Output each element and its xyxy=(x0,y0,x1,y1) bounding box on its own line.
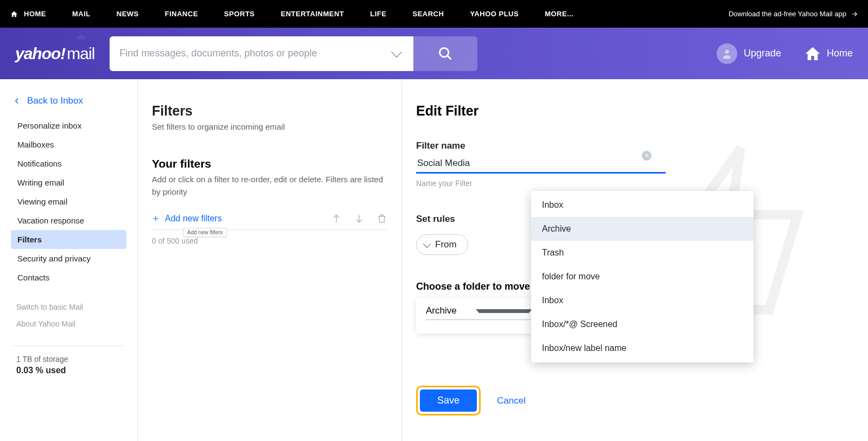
download-mail-app-link[interactable]: Download the ad-free Yahoo Mail app xyxy=(729,10,858,18)
person-icon xyxy=(721,48,733,60)
filters-list-panel: Filters Set filters to organize incoming… xyxy=(138,79,402,441)
filters-used-count: 0 of 500 used xyxy=(152,237,387,245)
filter-name-input[interactable] xyxy=(416,155,666,174)
upgrade-link[interactable]: Upgrade xyxy=(717,43,781,64)
topnav-finance[interactable]: FINANCE xyxy=(165,10,198,18)
storage-used: 0.03 % used xyxy=(16,366,121,375)
folder-option[interactable]: Inbox/*@ Screened xyxy=(531,312,754,336)
home-label: Home xyxy=(827,48,853,59)
about-yahoo-mail[interactable]: About Yahoo Mail xyxy=(16,316,121,333)
topnav-news[interactable]: NEWS xyxy=(117,10,139,18)
chevron-down-icon xyxy=(423,240,431,247)
topnav-yahoo-plus[interactable]: YAHOO PLUS xyxy=(470,10,519,18)
your-filters-sub: Add or click on a filter to re-order, ed… xyxy=(152,174,385,198)
sidebar-item-security[interactable]: Security and privacy xyxy=(11,249,126,268)
storage-meter: 1 TB of storage 0.03 % used xyxy=(0,355,137,375)
topnav-home[interactable]: HOME xyxy=(24,10,46,18)
svg-point-1 xyxy=(725,49,729,53)
your-filters-heading: Your filters xyxy=(152,157,387,170)
topnav-mail[interactable]: MAIL xyxy=(72,10,91,18)
plus-icon xyxy=(152,215,159,222)
settings-sidebar: Back to Inbox Personalize inbox Mailboxe… xyxy=(0,79,138,441)
sidebar-item-contacts[interactable]: Contacts xyxy=(11,268,126,287)
trash-icon[interactable] xyxy=(376,213,387,224)
arrow-down-icon[interactable] xyxy=(354,213,365,224)
arrow-right-icon xyxy=(851,10,858,18)
topnav-more[interactable]: MORE... xyxy=(545,10,573,18)
sidebar-item-writing[interactable]: Writing email xyxy=(11,173,126,192)
folder-select-value: Archive xyxy=(426,305,476,316)
cancel-button[interactable]: Cancel xyxy=(497,395,526,406)
filters-title: Filters xyxy=(152,103,387,119)
topnav-life[interactable]: LIFE xyxy=(370,10,386,18)
home-link[interactable]: Home xyxy=(804,45,853,62)
topnav-sports[interactable]: SPORTS xyxy=(224,10,254,18)
download-label: Download the ad-free Yahoo Mail app xyxy=(729,10,846,18)
filter-name-helper: Name your Filter xyxy=(416,179,846,188)
topnav-search[interactable]: SEARCH xyxy=(412,10,444,18)
sidebar-item-personalize[interactable]: Personalize inbox xyxy=(11,116,126,135)
filters-subtitle: Set filters to organize incoming email xyxy=(152,122,387,131)
divider xyxy=(12,346,125,346)
folder-option[interactable]: folder for move xyxy=(531,265,754,289)
svg-point-0 xyxy=(440,48,449,56)
back-label: Back to Inbox xyxy=(27,95,83,106)
search-button[interactable] xyxy=(413,36,477,71)
folder-dropdown: Inbox Archive Trash folder for move Inbo… xyxy=(531,191,754,362)
folder-option[interactable]: Inbox xyxy=(531,289,754,312)
save-button[interactable]: Save xyxy=(420,389,477,412)
switch-basic-mail[interactable]: Switch to basic Mail xyxy=(16,299,121,316)
storage-total: 1 TB of storage xyxy=(16,355,121,363)
folder-option[interactable]: Trash xyxy=(531,241,754,265)
chevron-down-icon[interactable] xyxy=(391,47,402,57)
home-icon xyxy=(10,10,18,18)
search-wrap xyxy=(110,36,477,71)
search-box[interactable] xyxy=(110,36,413,71)
triangle-down-icon xyxy=(476,309,532,313)
house-icon xyxy=(804,45,821,62)
search-icon xyxy=(438,46,453,61)
add-new-filters[interactable]: Add new filters Add new filters xyxy=(152,214,222,223)
sidebar-item-notifications[interactable]: Notifications xyxy=(11,154,126,173)
topnav-entertainment[interactable]: ENTERTAINMENT xyxy=(281,10,344,18)
rule-from-pill[interactable]: From xyxy=(416,234,468,255)
upgrade-label: Upgrade xyxy=(744,48,781,59)
add-new-tooltip: Add new filters xyxy=(183,228,227,237)
sidebar-item-mailboxes[interactable]: Mailboxes xyxy=(11,135,126,154)
sidebar-item-vacation[interactable]: Vacation response xyxy=(11,211,126,230)
folder-option[interactable]: Archive xyxy=(531,217,754,241)
folder-option[interactable]: Inbox/new label name xyxy=(531,336,754,360)
save-highlight: Save xyxy=(416,386,481,416)
sidebar-item-filters[interactable]: Filters xyxy=(11,230,126,249)
edit-filter-title: Edit Filter xyxy=(416,103,846,119)
sidebar-item-viewing[interactable]: Viewing email xyxy=(11,192,126,211)
arrow-up-icon[interactable] xyxy=(331,213,342,224)
search-input[interactable] xyxy=(119,48,387,59)
clear-name-button[interactable] xyxy=(642,151,652,161)
arrow-left-icon xyxy=(12,96,22,106)
edit-filter-panel: Edit Filter Filter name Name your Filter… xyxy=(402,79,868,441)
avatar xyxy=(717,43,737,64)
back-to-inbox[interactable]: Back to Inbox xyxy=(0,91,137,116)
folder-option[interactable]: Inbox xyxy=(531,193,754,217)
header-bar: yahoo!mail Upgrade Home xyxy=(0,28,868,79)
folder-select[interactable]: Archive xyxy=(416,298,542,334)
rule-from-label: From xyxy=(435,239,457,250)
filter-name-label: Filter name xyxy=(416,140,846,151)
logo-yahoo: yahoo! xyxy=(15,44,65,62)
top-nav-bar: HOME MAIL NEWS FINANCE SPORTS ENTERTAINM… xyxy=(0,0,868,28)
scrollbar[interactable] xyxy=(860,79,868,441)
logo-mail: mail xyxy=(67,44,94,62)
yahoo-mail-logo[interactable]: yahoo!mail xyxy=(15,44,94,63)
add-new-label: Add new filters xyxy=(165,214,222,223)
